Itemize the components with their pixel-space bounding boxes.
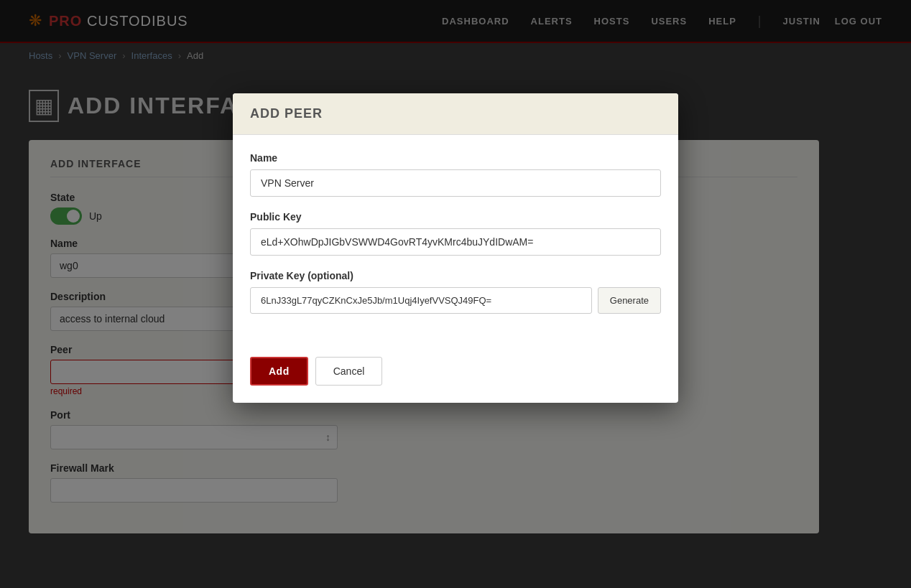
modal-pubkey-input[interactable] [250, 228, 661, 256]
modal-privkey-input[interactable] [250, 287, 592, 314]
modal-name-label: Name [250, 152, 661, 164]
modal-pubkey-label: Public Key [250, 211, 661, 223]
modal-privkey-field: Private Key (optional) Generate [250, 270, 661, 314]
modal-pubkey-field: Public Key [250, 211, 661, 256]
modal-header: ADD PEER [233, 93, 678, 135]
add-button[interactable]: Add [250, 357, 308, 386]
modal-footer: Add Cancel [233, 345, 678, 403]
modal-body: Name Public Key Private Key (optional) G… [233, 135, 678, 345]
private-key-row: Generate [250, 287, 661, 314]
modal-name-input[interactable] [250, 169, 661, 197]
modal-title: ADD PEER [250, 106, 323, 121]
generate-button[interactable]: Generate [598, 287, 661, 314]
cancel-button[interactable]: Cancel [315, 357, 383, 386]
modal-privkey-label: Private Key (optional) [250, 270, 661, 281]
modal-name-field: Name [250, 152, 661, 197]
add-peer-modal: ADD PEER Name Public Key Private Key (op… [233, 93, 678, 403]
modal-overlay[interactable]: ADD PEER Name Public Key Private Key (op… [0, 0, 911, 588]
